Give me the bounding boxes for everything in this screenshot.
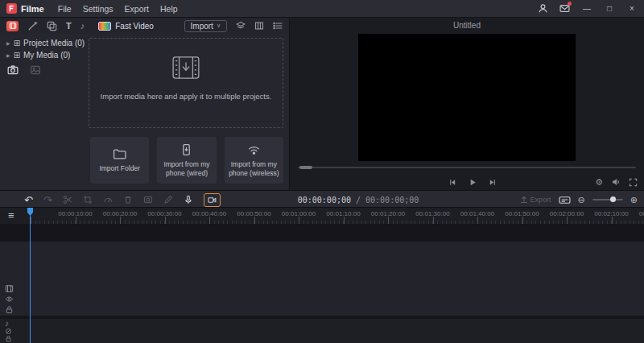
app-window: Filme File Settings Export Help — □ × xyxy=(0,0,644,343)
preview-seekbar[interactable] xyxy=(298,167,636,168)
timecode-total: 00:00:00;00 xyxy=(365,196,419,205)
speaker-icon xyxy=(611,177,621,187)
photos-icon xyxy=(30,64,41,76)
tab-audio[interactable]: ♪ xyxy=(80,21,85,31)
split-button[interactable] xyxy=(63,195,72,205)
account-button[interactable] xyxy=(538,3,548,14)
ruler-label: 00:00:20:00 xyxy=(103,210,137,217)
video-viewport xyxy=(358,34,576,161)
fullscreen-button[interactable] xyxy=(629,178,638,187)
track-visibility-toggle[interactable] xyxy=(5,295,14,304)
wifi-icon xyxy=(247,143,261,157)
fast-video-label: Fast Video xyxy=(115,22,154,31)
play-icon xyxy=(469,178,477,187)
menu-file[interactable]: File xyxy=(52,4,77,14)
list-view-button[interactable] xyxy=(273,21,283,31)
lock-icon xyxy=(5,305,14,314)
import-hint-text: Import media here and apply it to multip… xyxy=(89,92,283,101)
track-manager-button[interactable]: ≡ xyxy=(8,209,14,222)
zoom-slider-knob[interactable] xyxy=(610,196,616,202)
ruler-label: 00:02:10:00 xyxy=(594,210,628,217)
photos-button[interactable] xyxy=(30,64,41,76)
chevron-down-icon: ∨ xyxy=(217,23,221,29)
ruler-label: 00:01:00:00 xyxy=(282,210,316,217)
ruler-label: 00:02:00:00 xyxy=(550,210,584,217)
camera-capture-button[interactable] xyxy=(7,64,19,76)
quick-export-label: Export xyxy=(530,196,551,204)
fit-timeline-button[interactable] xyxy=(559,195,571,205)
play-button[interactable] xyxy=(469,178,477,187)
green-screen-icon xyxy=(143,195,153,205)
tab-text[interactable]: T xyxy=(66,21,72,31)
main-toolbar: T ♪ Fast Video Import ∨ xyxy=(0,18,290,34)
ruler-label: 00:02:20:00 xyxy=(639,210,644,217)
menu-settings[interactable]: Settings xyxy=(77,4,119,14)
playhead[interactable] xyxy=(30,208,31,343)
crop-button[interactable] xyxy=(83,195,93,205)
messages-button[interactable] xyxy=(559,3,570,14)
zoom-out-button[interactable]: ⊖ xyxy=(578,196,585,205)
zoom-in-button[interactable]: ⊕ xyxy=(630,196,638,205)
tab-effects[interactable] xyxy=(27,21,38,31)
timeline-area: ≡ 00:00:10:00 00:00:20:00 00:00:30:00 00… xyxy=(0,208,644,343)
volume-button[interactable] xyxy=(611,177,621,187)
timeline-tools: ↶ ↷ xyxy=(24,191,221,209)
import-buttons-row: Import Folder Import from my phone (wire… xyxy=(90,137,283,184)
preview-settings-group: ⚙ xyxy=(595,177,638,187)
seekbar-handle[interactable] xyxy=(299,166,312,169)
layers-icon xyxy=(236,21,246,31)
fullscreen-icon xyxy=(629,178,638,187)
import-folder-button[interactable]: Import Folder xyxy=(90,137,149,184)
speed-button[interactable] xyxy=(103,195,113,205)
quick-export-button[interactable]: Export xyxy=(520,196,551,204)
timeline-zoom-slider[interactable] xyxy=(592,199,623,200)
tab-transitions[interactable] xyxy=(47,21,57,31)
person-icon xyxy=(538,3,548,14)
minimize-button[interactable]: — xyxy=(581,4,592,13)
track-mute-toggle[interactable] xyxy=(5,328,12,335)
track-view-button[interactable] xyxy=(254,21,264,31)
preview-settings-button[interactable]: ⚙ xyxy=(595,178,603,187)
microphone-icon xyxy=(184,195,193,205)
trash-icon xyxy=(123,195,133,205)
edit-button[interactable] xyxy=(163,195,173,205)
import-phone-wireless-button[interactable]: Import from my phone (wireless) xyxy=(225,137,283,184)
track-lock-toggle[interactable] xyxy=(5,305,14,314)
layers-view-button[interactable] xyxy=(236,21,246,31)
previous-frame-icon xyxy=(448,178,457,187)
import-button-label: Import Folder xyxy=(99,164,140,173)
speed-icon xyxy=(103,195,113,205)
maximize-button[interactable]: □ xyxy=(604,4,615,13)
undo-button[interactable]: ↶ xyxy=(24,194,33,206)
fast-video-button[interactable]: Fast Video xyxy=(98,22,154,31)
menu-export[interactable]: Export xyxy=(119,4,155,14)
import-drop-zone[interactable]: Import media here and apply it to multip… xyxy=(89,38,283,128)
redo-button[interactable]: ↷ xyxy=(43,194,52,206)
import-dropdown[interactable]: Import ∨ xyxy=(184,20,227,32)
chroma-key-button[interactable] xyxy=(143,195,153,205)
import-phone-wired-button[interactable]: Import from my phone (wired) xyxy=(157,137,216,184)
previous-frame-button[interactable] xyxy=(448,178,457,187)
ruler-label: 00:00:10:00 xyxy=(58,210,92,217)
audio-track[interactable]: ♪ xyxy=(0,319,644,343)
collection-grid-icon: ⊞ xyxy=(14,51,20,60)
lock-icon xyxy=(5,335,12,342)
menu-help[interactable]: Help xyxy=(155,4,184,14)
delete-button[interactable] xyxy=(123,195,133,205)
tab-media[interactable] xyxy=(6,21,19,31)
track-lock-toggle[interactable] xyxy=(5,335,12,342)
preview-panel: Untitled ⚙ xyxy=(290,18,644,190)
tree-caret-icon[interactable]: ▶ xyxy=(6,40,10,46)
ruler-label: 00:00:50:00 xyxy=(237,210,270,217)
ruler-label: 00:00:30:00 xyxy=(147,210,181,217)
record-voiceover-button[interactable] xyxy=(184,195,193,205)
close-button[interactable]: × xyxy=(626,4,638,13)
video-track[interactable] xyxy=(0,242,644,316)
next-frame-button[interactable] xyxy=(489,178,497,187)
record-webcam-button[interactable] xyxy=(204,193,221,207)
tree-caret-icon[interactable]: ▶ xyxy=(6,52,10,58)
timeline-ruler[interactable]: ≡ 00:00:10:00 00:00:20:00 00:00:30:00 00… xyxy=(0,208,644,224)
tree-item-label: My Media (0) xyxy=(23,51,70,60)
ruler-label: 00:01:30:00 xyxy=(415,210,449,217)
timeline-zoom-group: Export ⊖ ⊕ xyxy=(520,191,638,209)
